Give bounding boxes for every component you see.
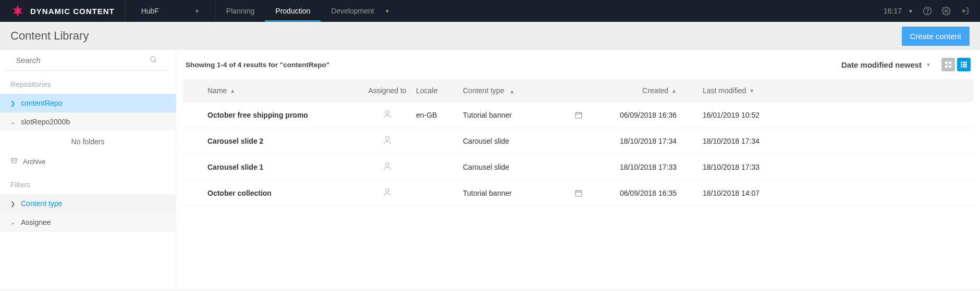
filters-label: Filters: [0, 171, 176, 194]
brand-area[interactable]: DYNAMIC CONTENT: [10, 0, 126, 22]
sub-header: Content Library Create content: [0, 22, 980, 50]
col-label: Locale: [416, 86, 437, 95]
svg-rect-10: [945, 65, 948, 68]
col-label: Created: [642, 86, 668, 95]
brand-text: DYNAMIC CONTENT: [30, 7, 115, 16]
content-topbar: Showing 1-4 of 4 results for "contentRep…: [182, 50, 974, 79]
row-type: Tutorial banner: [463, 111, 512, 119]
tab-production[interactable]: Production: [265, 0, 321, 22]
col-header-type[interactable]: Content type ▲: [463, 86, 593, 95]
archive-icon: [10, 157, 18, 166]
list-view-button[interactable]: [957, 58, 971, 71]
svg-rect-6: [11, 158, 17, 160]
svg-point-1: [924, 7, 932, 15]
chevron-down-icon: ▼: [908, 8, 913, 14]
col-header-created[interactable]: Created ▲: [593, 86, 677, 95]
main-area: Repositories ❯ contentRepo ⌄ slotRepo200…: [0, 50, 980, 289]
search-input[interactable]: [16, 56, 149, 65]
row-locale: en-GB: [416, 111, 463, 119]
hub-name: HubF: [141, 7, 159, 15]
row-name: October free shipping promo: [207, 111, 359, 119]
table-row[interactable]: Carousel slide 2 Carousel slide 18/10/20…: [182, 128, 974, 154]
calendar-icon: [574, 111, 583, 119]
hub-selector[interactable]: HubF ▼: [126, 0, 216, 22]
chevron-down-icon: ⌄: [10, 219, 17, 226]
col-label: Last modified: [703, 86, 746, 95]
row-modified: 18/10/2018 14:07: [703, 189, 786, 197]
tab-development-label: Development: [331, 7, 374, 15]
sidebar-item-slotrepo[interactable]: ⌄ slotRepo2000b: [0, 112, 176, 131]
col-label: Content type: [463, 86, 504, 95]
svg-point-23: [386, 136, 389, 140]
tab-production-label: Production: [275, 7, 310, 15]
tab-development[interactable]: Development ▼: [321, 0, 400, 22]
tab-planning[interactable]: Planning: [216, 0, 265, 22]
svg-point-18: [386, 110, 389, 114]
results-text: Showing 1-4 of 4 results for "contentRep…: [186, 61, 329, 69]
row-type-cell: Carousel slide: [463, 163, 593, 171]
search-icon[interactable]: [149, 55, 157, 65]
svg-rect-12: [961, 62, 962, 64]
svg-point-3: [945, 10, 948, 12]
chevron-right-icon: ❯: [10, 100, 17, 107]
table-row[interactable]: October free shipping promo en-GB Tutori…: [182, 102, 974, 128]
content-area: Showing 1-4 of 4 results for "contentRep…: [176, 50, 980, 289]
sort-label: Date modified newest: [841, 60, 922, 69]
help-icon[interactable]: [923, 6, 932, 16]
archive-link[interactable]: Archive: [0, 152, 176, 171]
view-toggle: [941, 58, 971, 71]
row-assigned: [359, 161, 416, 173]
repositories-label: Repositories: [0, 71, 176, 94]
sort-up-icon: ▲: [230, 88, 235, 94]
filter-item-assignee[interactable]: ⌄ Assignee: [0, 213, 176, 232]
col-label: Name: [207, 86, 227, 95]
row-type: Carousel slide: [463, 163, 509, 171]
sort-up-icon: ▲: [509, 88, 514, 94]
svg-rect-14: [961, 64, 962, 66]
row-type-cell: Tutorial banner: [463, 189, 593, 197]
logout-icon[interactable]: [960, 6, 970, 16]
tab-planning-label: Planning: [226, 7, 255, 15]
search-box: [5, 50, 168, 71]
nav-tabs: Planning Production Development ▼: [216, 0, 400, 22]
svg-rect-16: [961, 66, 962, 68]
chevron-right-icon: ❯: [10, 200, 17, 207]
svg-rect-15: [963, 64, 967, 66]
row-modified: 16/01/2019 10:52: [703, 111, 786, 119]
row-modified: 18/10/2018 17:34: [703, 137, 786, 145]
row-created: 18/10/2018 17:34: [593, 137, 677, 145]
row-assigned: [359, 135, 416, 147]
row-type: Carousel slide: [463, 137, 509, 145]
col-header-modified[interactable]: Last modified ▼: [703, 86, 786, 95]
chevron-down-icon: ⌄: [10, 119, 17, 125]
col-header-locale[interactable]: Locale: [416, 86, 463, 95]
page-title: Content Library: [10, 29, 89, 43]
table-row[interactable]: October collection Tutorial banner 06/09…: [182, 180, 974, 206]
person-icon: [382, 135, 393, 147]
svg-rect-17: [963, 66, 967, 68]
row-type-cell: Tutorial banner: [463, 111, 593, 119]
row-name: Carousel slide 2: [207, 137, 359, 145]
chevron-down-icon: ▼: [194, 8, 200, 14]
time-selector[interactable]: 16:17 ▼: [884, 7, 913, 15]
repo-label: contentRepo: [21, 99, 62, 107]
gear-icon[interactable]: [941, 6, 951, 16]
col-header-assigned[interactable]: Assigned to: [359, 86, 416, 95]
col-header-name[interactable]: Name ▲: [207, 86, 359, 95]
row-type: Tutorial banner: [463, 189, 512, 197]
svg-rect-19: [575, 112, 582, 118]
svg-rect-34: [575, 191, 582, 196]
chevron-down-icon: ▼: [926, 62, 931, 68]
grid-view-button[interactable]: [941, 58, 955, 71]
row-created: 06/09/2018 16:36: [593, 111, 677, 119]
topnav-right: 16:17 ▼: [884, 6, 970, 16]
sort-dropdown[interactable]: Date modified newest ▼: [841, 60, 931, 69]
filter-item-content-type[interactable]: ❯ Content type: [0, 194, 176, 213]
svg-rect-11: [949, 65, 951, 68]
table-row[interactable]: Carousel slide 1 Carousel slide 18/10/20…: [182, 154, 974, 180]
row-type-cell: Carousel slide: [463, 137, 593, 145]
sidebar: Repositories ❯ contentRepo ⌄ slotRepo200…: [0, 50, 176, 289]
create-content-button[interactable]: Create content: [902, 27, 970, 46]
archive-label: Archive: [23, 158, 45, 166]
sidebar-item-contentrepo[interactable]: ❯ contentRepo: [0, 94, 176, 112]
